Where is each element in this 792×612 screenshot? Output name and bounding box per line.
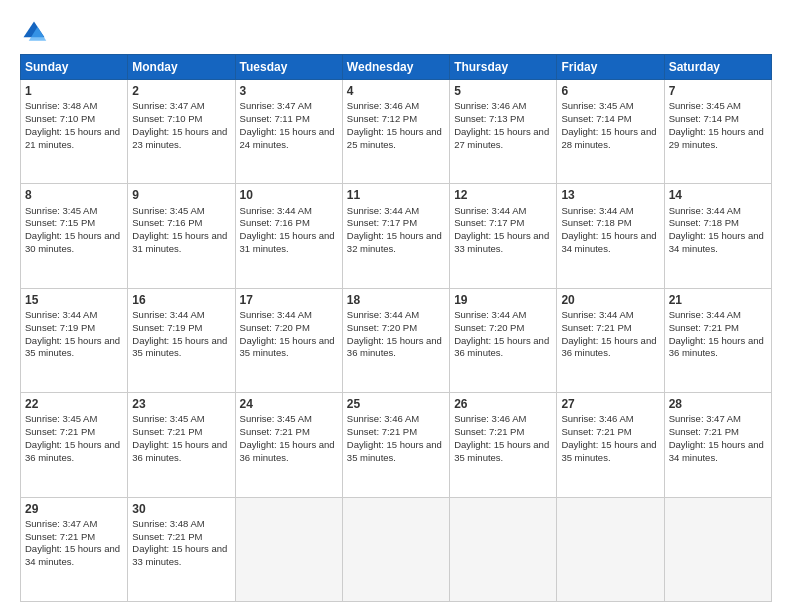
day-cell-12: 12Sunrise: 3:44 AMSunset: 7:17 PMDayligh… [450,184,557,288]
day-cell-26: 26Sunrise: 3:46 AMSunset: 7:21 PMDayligh… [450,393,557,497]
day-cell-16: 16Sunrise: 3:44 AMSunset: 7:19 PMDayligh… [128,288,235,392]
day-cell-5: 5Sunrise: 3:46 AMSunset: 7:13 PMDaylight… [450,80,557,184]
day-cell-4: 4Sunrise: 3:46 AMSunset: 7:12 PMDaylight… [342,80,449,184]
day-header-thursday: Thursday [450,55,557,80]
calendar-header-row: SundayMondayTuesdayWednesdayThursdayFrid… [21,55,772,80]
day-cell-15: 15Sunrise: 3:44 AMSunset: 7:19 PMDayligh… [21,288,128,392]
day-cell-18: 18Sunrise: 3:44 AMSunset: 7:20 PMDayligh… [342,288,449,392]
empty-cell [664,497,771,601]
day-cell-2: 2Sunrise: 3:47 AMSunset: 7:10 PMDaylight… [128,80,235,184]
day-cell-24: 24Sunrise: 3:45 AMSunset: 7:21 PMDayligh… [235,393,342,497]
logo [20,18,52,46]
logo-icon [20,18,48,46]
week-row-1: 8Sunrise: 3:45 AMSunset: 7:15 PMDaylight… [21,184,772,288]
day-cell-3: 3Sunrise: 3:47 AMSunset: 7:11 PMDaylight… [235,80,342,184]
calendar: SundayMondayTuesdayWednesdayThursdayFrid… [20,54,772,602]
day-cell-11: 11Sunrise: 3:44 AMSunset: 7:17 PMDayligh… [342,184,449,288]
day-cell-9: 9Sunrise: 3:45 AMSunset: 7:16 PMDaylight… [128,184,235,288]
day-cell-1: 1Sunrise: 3:48 AMSunset: 7:10 PMDaylight… [21,80,128,184]
empty-cell [235,497,342,601]
day-cell-19: 19Sunrise: 3:44 AMSunset: 7:20 PMDayligh… [450,288,557,392]
day-header-wednesday: Wednesday [342,55,449,80]
day-cell-10: 10Sunrise: 3:44 AMSunset: 7:16 PMDayligh… [235,184,342,288]
day-header-sunday: Sunday [21,55,128,80]
day-header-tuesday: Tuesday [235,55,342,80]
day-cell-30: 30Sunrise: 3:48 AMSunset: 7:21 PMDayligh… [128,497,235,601]
header [20,18,772,46]
day-cell-22: 22Sunrise: 3:45 AMSunset: 7:21 PMDayligh… [21,393,128,497]
day-cell-25: 25Sunrise: 3:46 AMSunset: 7:21 PMDayligh… [342,393,449,497]
day-cell-13: 13Sunrise: 3:44 AMSunset: 7:18 PMDayligh… [557,184,664,288]
day-cell-23: 23Sunrise: 3:45 AMSunset: 7:21 PMDayligh… [128,393,235,497]
empty-cell [342,497,449,601]
day-cell-20: 20Sunrise: 3:44 AMSunset: 7:21 PMDayligh… [557,288,664,392]
day-cell-17: 17Sunrise: 3:44 AMSunset: 7:20 PMDayligh… [235,288,342,392]
week-row-4: 29Sunrise: 3:47 AMSunset: 7:21 PMDayligh… [21,497,772,601]
calendar-body: 1Sunrise: 3:48 AMSunset: 7:10 PMDaylight… [21,80,772,602]
empty-cell [557,497,664,601]
day-header-monday: Monday [128,55,235,80]
day-cell-8: 8Sunrise: 3:45 AMSunset: 7:15 PMDaylight… [21,184,128,288]
empty-cell [450,497,557,601]
day-cell-7: 7Sunrise: 3:45 AMSunset: 7:14 PMDaylight… [664,80,771,184]
day-cell-14: 14Sunrise: 3:44 AMSunset: 7:18 PMDayligh… [664,184,771,288]
week-row-3: 22Sunrise: 3:45 AMSunset: 7:21 PMDayligh… [21,393,772,497]
day-header-saturday: Saturday [664,55,771,80]
day-header-friday: Friday [557,55,664,80]
day-cell-28: 28Sunrise: 3:47 AMSunset: 7:21 PMDayligh… [664,393,771,497]
day-cell-29: 29Sunrise: 3:47 AMSunset: 7:21 PMDayligh… [21,497,128,601]
page: SundayMondayTuesdayWednesdayThursdayFrid… [0,0,792,612]
day-cell-27: 27Sunrise: 3:46 AMSunset: 7:21 PMDayligh… [557,393,664,497]
day-cell-21: 21Sunrise: 3:44 AMSunset: 7:21 PMDayligh… [664,288,771,392]
week-row-2: 15Sunrise: 3:44 AMSunset: 7:19 PMDayligh… [21,288,772,392]
day-cell-6: 6Sunrise: 3:45 AMSunset: 7:14 PMDaylight… [557,80,664,184]
week-row-0: 1Sunrise: 3:48 AMSunset: 7:10 PMDaylight… [21,80,772,184]
